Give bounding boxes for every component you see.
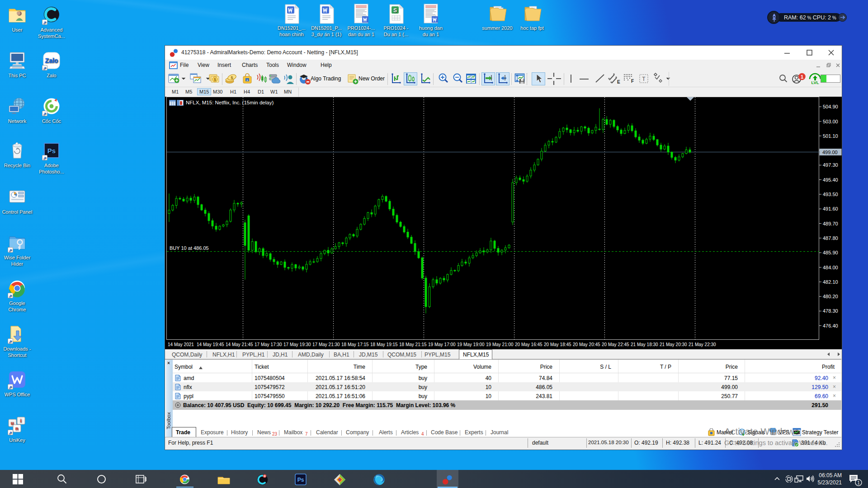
svg-text:478.30: 478.30 (823, 308, 838, 314)
svg-text:F: F (631, 79, 634, 84)
svg-text:482.10: 482.10 (823, 279, 838, 285)
svg-text:503.00: 503.00 (823, 119, 838, 124)
svg-text:20 May 20:45: 20 May 20:45 (573, 342, 600, 347)
svg-text:497.30: 497.30 (823, 162, 838, 168)
svg-text:14 May 2021: 14 May 2021 (168, 342, 194, 347)
svg-text:NFLX, M15: Netflix, Inc. (15m: NFLX, M15: Netflix, Inc. (15min delay) (186, 100, 274, 105)
svg-text:495.40: 495.40 (823, 177, 838, 183)
svg-text:493.50: 493.50 (823, 192, 838, 197)
svg-text:20 May 16:45: 20 May 16:45 (515, 342, 542, 347)
svg-text:18 May 17:15: 18 May 17:15 (341, 342, 369, 347)
svg-text:14 May 21:45: 14 May 21:45 (226, 342, 253, 347)
svg-text:20 May 22:45: 20 May 22:45 (602, 342, 629, 347)
svg-text:504.90: 504.90 (823, 104, 838, 109)
svg-text:487.80: 487.80 (823, 235, 838, 241)
svg-text:S: S (393, 7, 397, 14)
svg-text:$: $ (214, 77, 216, 82)
svg-text:484.00: 484.00 (823, 265, 838, 270)
svg-text:19 May 19:00: 19 May 19:00 (457, 342, 485, 347)
svg-text:T: T (642, 76, 646, 82)
svg-text:17 May 17:30: 17 May 17:30 (255, 342, 282, 347)
svg-text:17 May 19:30: 17 May 19:30 (283, 342, 311, 347)
svg-text:14 May 19:45: 14 May 19:45 (197, 342, 224, 347)
svg-text:21 May 20:30: 21 May 20:30 (660, 342, 687, 347)
svg-text:Zalo: Zalo (45, 57, 58, 64)
svg-text:480.20: 480.20 (823, 294, 838, 299)
svg-text:18 May 21:15: 18 May 21:15 (399, 342, 427, 347)
svg-text:491.60: 491.60 (823, 206, 838, 211)
svg-text:21 May 22:30: 21 May 22:30 (689, 342, 716, 347)
svg-text:1: 1 (857, 480, 860, 485)
svg-text:18 May 19:15: 18 May 19:15 (370, 342, 398, 347)
svg-text:LVL: LVL (811, 80, 819, 85)
svg-text:i: i (20, 418, 21, 423)
svg-text:Ps: Ps (47, 147, 56, 155)
svg-text:489.70: 489.70 (823, 221, 838, 226)
svg-text:1: 1 (801, 74, 803, 80)
svg-text:19 May 21:00: 19 May 21:00 (486, 342, 514, 347)
svg-text:476.40: 476.40 (823, 323, 838, 328)
svg-text:501.10: 501.10 (823, 133, 838, 139)
svg-text:19 May 17:00: 19 May 17:00 (428, 342, 456, 347)
svg-text:17 May 21:30: 17 May 21:30 (312, 342, 340, 347)
svg-text:21 May 18:30: 21 May 18:30 (631, 342, 658, 347)
svg-text:Ps: Ps (297, 477, 304, 483)
svg-text:E: E (617, 80, 620, 84)
svg-text:BUY 10 at 486.05: BUY 10 at 486.05 (170, 245, 209, 251)
svg-text:499.00: 499.00 (822, 150, 838, 155)
svg-text:485.90: 485.90 (823, 250, 838, 255)
svg-text:n: n (15, 426, 19, 431)
svg-text:20 May 18:45: 20 May 18:45 (544, 342, 571, 347)
svg-text:5: 5 (231, 75, 233, 80)
